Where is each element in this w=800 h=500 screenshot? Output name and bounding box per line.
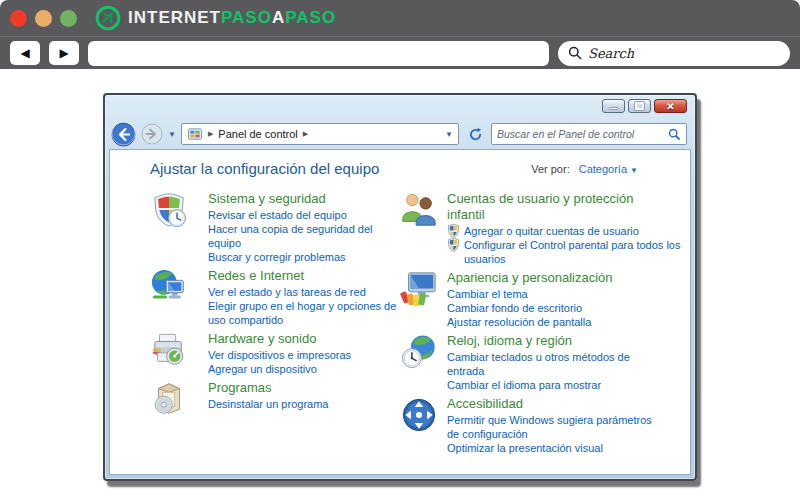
- system-security-icon[interactable]: [150, 191, 188, 229]
- category-section: AccesibilidadPermitir que Windows sugier…: [400, 396, 691, 455]
- task-link-label: Permitir que Windows sugiera parámetros …: [447, 413, 663, 441]
- task-link[interactable]: Optimizar la presentación visual: [447, 441, 663, 455]
- task-link[interactable]: Ajustar resolución de pantalla: [447, 315, 612, 329]
- task-link-label: Desinstalar un programa: [208, 397, 328, 411]
- task-link[interactable]: Agregar o quitar cuentas de usuario: [447, 224, 687, 238]
- category-section: Cuentas de usuario y protección infantil…: [400, 191, 691, 266]
- minimize-icon: [609, 107, 618, 110]
- task-link[interactable]: Hacer una copia de seguridad del equipo: [208, 222, 400, 250]
- browser-toolbar: ◀ ▶: [0, 36, 800, 69]
- task-link[interactable]: Cambiar el idioma para mostrar: [447, 378, 663, 392]
- task-link-label: Configurar el Control parental para todo…: [464, 238, 687, 266]
- breadcrumb-arrow-icon[interactable]: ▶: [303, 130, 308, 138]
- category-section: ProgramasDesinstalar un programa: [150, 380, 400, 418]
- brand-wordmark: INTERNET PASO A PASO: [128, 8, 336, 28]
- category-column-left: Sistema y seguridadRevisar el estado del…: [150, 191, 400, 459]
- address-dropdown-icon[interactable]: ▼: [445, 130, 453, 139]
- back-arrow-icon: ◀: [20, 46, 29, 60]
- maximize-button[interactable]: [628, 99, 651, 113]
- brand-logo: INTERNET PASO A PASO: [95, 5, 336, 31]
- hardware-sound-icon[interactable]: [150, 331, 188, 369]
- traffic-light-green-icon: [60, 10, 77, 27]
- brand-at-icon: [95, 5, 121, 31]
- category-text-block: AccesibilidadPermitir que Windows sugier…: [447, 396, 663, 455]
- breadcrumb-arrow-icon: ▶: [208, 130, 213, 138]
- url-bar[interactable]: [88, 41, 549, 66]
- task-link-label: Elegir grupo en el hogar y opciones de u…: [208, 299, 400, 327]
- nav-forward-button[interactable]: [141, 123, 163, 145]
- task-link[interactable]: Ver dispositivos e impresoras: [208, 348, 351, 362]
- browser-back-button[interactable]: ◀: [10, 41, 40, 65]
- brand-word: PASO: [221, 8, 272, 28]
- task-link-label: Revisar el estado del equipo: [208, 208, 347, 222]
- category-text-block: Hardware y sonidoVer dispositivos e impr…: [208, 331, 351, 376]
- view-by-value: Categoría: [579, 163, 627, 175]
- category-section: Sistema y seguridadRevisar el estado del…: [150, 191, 400, 264]
- explorer-navbar: ▼ ▶ Panel de control ▶ ▼: [105, 119, 695, 149]
- ease-of-access-icon[interactable]: [400, 396, 438, 434]
- category-text-block: ProgramasDesinstalar un programa: [208, 380, 328, 418]
- programs-icon[interactable]: [150, 380, 188, 418]
- task-link[interactable]: Elegir grupo en el hogar y opciones de u…: [208, 299, 400, 327]
- task-link-label: Ver dispositivos e impresoras: [208, 348, 351, 362]
- task-link[interactable]: Desinstalar un programa: [208, 397, 328, 411]
- category-section: Apariencia y personalizaciónCambiar el t…: [400, 270, 691, 329]
- task-link[interactable]: Buscar y corregir problemas: [208, 250, 400, 264]
- task-link-label: Buscar y corregir problemas: [208, 250, 346, 264]
- recent-pages-dropdown[interactable]: ▼: [168, 130, 176, 139]
- minimize-button[interactable]: [602, 99, 625, 113]
- network-internet-icon[interactable]: [150, 268, 188, 306]
- category-title-link[interactable]: Sistema y seguridad: [208, 191, 400, 207]
- category-title-link[interactable]: Hardware y sonido: [208, 331, 351, 347]
- nav-back-button[interactable]: [111, 122, 136, 147]
- category-title-link[interactable]: Cuentas de usuario y protección infantil: [447, 191, 662, 223]
- refresh-button[interactable]: [464, 123, 486, 145]
- task-link[interactable]: Agregar un dispositivo: [208, 362, 351, 376]
- traffic-light-red-icon: [10, 10, 27, 27]
- control-panel-window: ✕ ▼ ▶ Panel de control ▶ ▼: [103, 93, 697, 481]
- task-link-label: Agregar un dispositivo: [208, 362, 317, 376]
- task-link[interactable]: Ver el estado y las tareas de red: [208, 285, 400, 299]
- close-button[interactable]: ✕: [654, 99, 687, 113]
- category-title-link[interactable]: Accesibilidad: [447, 396, 662, 412]
- task-link[interactable]: Permitir que Windows sugiera parámetros …: [447, 413, 663, 441]
- user-accounts-icon[interactable]: [400, 191, 438, 229]
- category-text-block: Apariencia y personalizaciónCambiar el t…: [447, 270, 612, 329]
- task-link[interactable]: Cambiar el tema: [447, 287, 612, 301]
- window-titlebar[interactable]: ✕: [105, 95, 695, 119]
- category-title-link[interactable]: Apariencia y personalización: [447, 270, 612, 286]
- browser-search-box[interactable]: [558, 41, 790, 66]
- category-text-block: Reloj, idioma y regiónCambiar teclados u…: [447, 333, 663, 392]
- browser-forward-button[interactable]: ▶: [49, 41, 79, 65]
- brand-word: INTERNET: [128, 8, 221, 28]
- traffic-light-orange-icon: [35, 10, 52, 27]
- search-icon: [568, 46, 582, 60]
- task-link-label: Agregar o quitar cuentas de usuario: [464, 224, 639, 238]
- control-panel-icon: [187, 127, 203, 142]
- brand-word: PASO: [285, 8, 336, 28]
- task-link-label: Cambiar el idioma para mostrar: [447, 378, 601, 392]
- appearance-icon[interactable]: [400, 270, 438, 308]
- task-link-label: Cambiar teclados u otros métodos de entr…: [447, 350, 663, 378]
- uac-shield-icon: [447, 238, 460, 252]
- task-link-label: Optimizar la presentación visual: [447, 441, 603, 455]
- breadcrumb-item-panel-de-control[interactable]: Panel de control: [218, 128, 298, 140]
- control-panel-search-input[interactable]: [497, 128, 668, 140]
- view-by-dropdown[interactable]: Categoría ▼: [579, 163, 638, 175]
- task-link[interactable]: Cambiar fondo de escritorio: [447, 301, 612, 315]
- address-bar[interactable]: ▶ Panel de control ▶ ▼: [181, 123, 459, 145]
- control-panel-search-box[interactable]: [491, 123, 687, 145]
- task-link[interactable]: Revisar el estado del equipo: [208, 208, 400, 222]
- task-link[interactable]: Configurar el Control parental para todo…: [447, 238, 687, 266]
- category-column-right: Cuentas de usuario y protección infantil…: [400, 191, 691, 459]
- clock-language-region-icon[interactable]: [400, 333, 438, 371]
- close-icon: ✕: [666, 101, 674, 112]
- category-title-link[interactable]: Redes e Internet: [208, 268, 400, 284]
- browser-search-input[interactable]: [588, 46, 780, 61]
- forward-arrow-icon: ▶: [59, 46, 68, 60]
- category-title-link[interactable]: Reloj, idioma y región: [447, 333, 662, 349]
- task-link-label: Hacer una copia de seguridad del equipo: [208, 222, 400, 250]
- category-title-link[interactable]: Programas: [208, 380, 328, 396]
- maximize-icon: [635, 102, 644, 110]
- task-link[interactable]: Cambiar teclados u otros métodos de entr…: [447, 350, 663, 378]
